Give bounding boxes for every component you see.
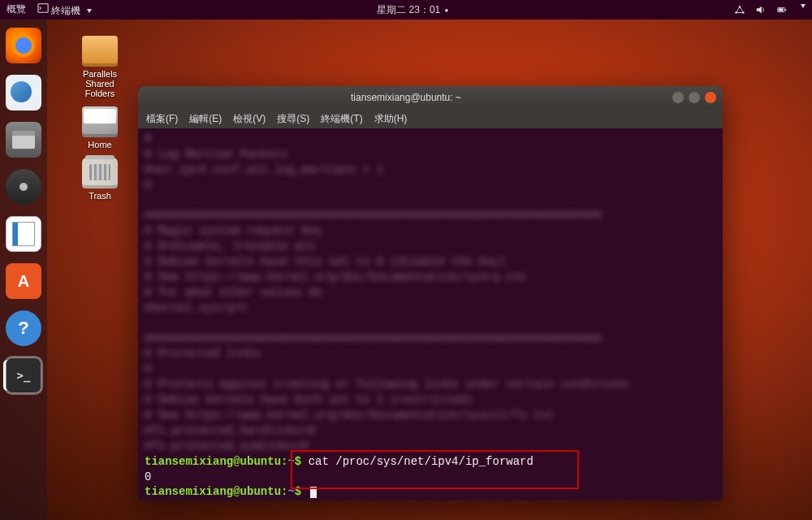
- maximize-button[interactable]: [689, 92, 700, 103]
- icon-label: Home: [88, 140, 111, 150]
- scrollback-blurred: ## Log Martian Packets#net.ipv4.conf.all…: [145, 132, 716, 454]
- rhythmbox-launcher[interactable]: [6, 169, 41, 205]
- terminal-launcher[interactable]: [6, 358, 41, 393]
- network-icon: [734, 4, 745, 15]
- app-menu-label: 終端機: [51, 5, 80, 16]
- menu-terminal[interactable]: 終端機(T): [321, 112, 362, 126]
- terminal-output[interactable]: ## Log Martian Packets#net.ipv4.conf.all…: [138, 128, 723, 500]
- firefox-launcher[interactable]: [6, 28, 41, 63]
- menu-help[interactable]: 求助(H): [374, 112, 408, 126]
- desktop-icons: Parallels Shared Folders Home Trash: [71, 36, 128, 201]
- libreoffice-writer-launcher[interactable]: [6, 216, 41, 252]
- dock: [0, 20, 47, 520]
- highlight-box: [291, 450, 579, 489]
- desktop-icon-parallels[interactable]: Parallels Shared Folders: [71, 36, 128, 98]
- trash-icon: [82, 158, 118, 188]
- ubuntu-software-launcher[interactable]: [6, 263, 41, 299]
- terminal-menubar: 檔案(F) 編輯(E) 檢視(V) 搜尋(S) 終端機(T) 求助(H): [138, 109, 723, 128]
- menu-edit[interactable]: 編輯(E): [189, 112, 222, 126]
- system-tray[interactable]: [734, 4, 806, 15]
- svg-rect-5: [785, 9, 787, 11]
- window-titlebar[interactable]: tiansemixiang@ubuntu: ~: [138, 86, 723, 109]
- folder-icon: [82, 36, 118, 67]
- terminal-window: tiansemixiang@ubuntu: ~ 檔案(F) 編輯(E) 檢視(V…: [138, 86, 723, 500]
- top-panel: 概覽 終端機 星期二 23：01 ●: [0, 0, 812, 20]
- prompt-user: tiansemixiang@ubuntu: [145, 455, 281, 468]
- chevron-down-icon: [801, 4, 806, 8]
- activities-button[interactable]: 概覽: [6, 2, 26, 18]
- thunderbird-launcher[interactable]: [6, 75, 41, 110]
- help-launcher[interactable]: [6, 310, 41, 346]
- icon-label: Parallels Shared Folders: [83, 69, 117, 98]
- desktop-icon-trash[interactable]: Trash: [71, 158, 128, 201]
- menu-file[interactable]: 檔案(F): [146, 112, 178, 126]
- close-button[interactable]: [705, 92, 716, 103]
- drive-icon: [82, 106, 118, 137]
- files-launcher[interactable]: [6, 122, 41, 158]
- menu-search[interactable]: 搜尋(S): [277, 112, 309, 126]
- clock-dot: ●: [445, 6, 449, 14]
- minimize-button[interactable]: [672, 92, 684, 103]
- icon-label: Trash: [89, 191, 111, 201]
- window-title: tiansemixiang@ubuntu: ~: [145, 92, 667, 103]
- terminal-icon: [37, 2, 49, 14]
- volume-icon: [755, 4, 767, 15]
- battery-icon: [776, 4, 788, 15]
- app-menu[interactable]: 終端機: [37, 2, 92, 18]
- desktop-icon-home[interactable]: Home: [71, 106, 128, 150]
- svg-rect-0: [38, 3, 48, 12]
- clock-text: 星期二 23：01: [377, 4, 440, 15]
- menu-view[interactable]: 檢視(V): [233, 112, 266, 126]
- clock[interactable]: 星期二 23：01 ●: [92, 3, 734, 17]
- svg-rect-6: [779, 8, 784, 11]
- prompt-user: tiansemixiang@ubuntu: [145, 485, 281, 498]
